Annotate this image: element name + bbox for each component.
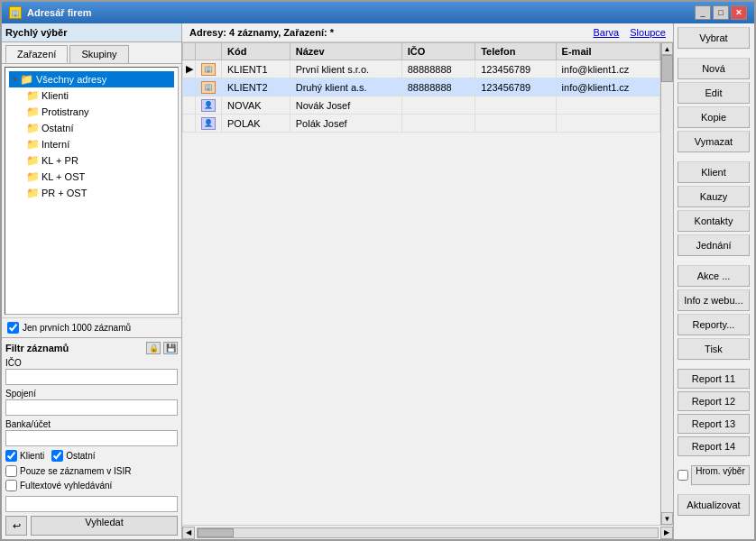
kauzy-button[interactable]: Kauzy <box>678 186 750 207</box>
report11-button[interactable]: Report 11 <box>678 369 750 389</box>
person-icon: 👤 <box>201 117 216 130</box>
col-telefon[interactable]: Telefon <box>475 43 556 60</box>
search-row: ↩ Vyhledat <box>5 516 178 536</box>
scroll-down-button[interactable]: ▼ <box>661 512 673 525</box>
cell-ico <box>401 115 475 133</box>
checkbox-1000[interactable] <box>7 322 19 334</box>
tree-item-klpr[interactable]: 📁 KL + PR <box>23 152 174 169</box>
tisk-button[interactable]: Tisk <box>678 338 750 360</box>
tab-skupiny[interactable]: Skupiny <box>69 45 128 63</box>
scroll-left-button[interactable]: ◀ <box>182 527 195 539</box>
cell-kod: NOVAK <box>222 96 290 115</box>
filter-banka-label: Banka/účet <box>5 419 178 429</box>
checkbox-ostatni[interactable] <box>51 450 63 462</box>
barva-link[interactable]: Barva <box>593 27 619 38</box>
search-back-button[interactable]: ↩ <box>5 516 27 536</box>
report12-button[interactable]: Report 12 <box>678 391 750 411</box>
filter-ico-field: IČO <box>5 358 178 385</box>
tree-label-interni: Interní <box>41 139 69 150</box>
checkbox-fulltext[interactable] <box>5 480 17 491</box>
col-email[interactable]: E-mail <box>556 43 659 60</box>
filter-banka-input[interactable] <box>5 430 178 446</box>
nova-button[interactable]: Nová <box>678 58 750 79</box>
filter-spojeni-field: Spojení <box>5 389 178 416</box>
minimize-button[interactable]: _ <box>695 5 711 20</box>
check-isir: Pouze se záznamem v ISIR <box>5 465 178 477</box>
table-row[interactable]: 👤 POLAK Polák Josef <box>183 115 660 133</box>
row-arrow: ▶ <box>183 60 196 78</box>
table-row[interactable]: 🏢 KLIENT2 Druhý klient a.s. 88888888 123… <box>183 78 660 96</box>
col-ico[interactable]: IČO <box>401 43 475 60</box>
tree-label-ostatni: Ostatní <box>41 123 73 133</box>
check-ostatni-label: Ostatní <box>66 451 95 461</box>
maximize-button[interactable]: □ <box>713 5 729 20</box>
main-window: 🏢 Adresář firem _ □ ✕ Rychlý výběr Zařaz… <box>0 0 756 541</box>
tree-item-all[interactable]: ▼ 📁 Všechny adresy <box>9 71 174 87</box>
reporty-button[interactable]: Reporty... <box>678 314 750 335</box>
jednani-button[interactable]: Jednání <box>678 234 750 256</box>
tree-item-prost[interactable]: 📁 PR + OST <box>23 185 174 201</box>
tree-item-klienti[interactable]: 📁 Klienti <box>23 87 174 104</box>
report13-button[interactable]: Report 13 <box>678 414 750 434</box>
h-scrollbar-track[interactable] <box>197 527 659 538</box>
tree-label-klienti: Klienti <box>41 90 69 101</box>
tree-label-protistrany: Protistrany <box>41 106 89 117</box>
col-nazev[interactable]: Název <box>290 43 401 60</box>
folder-icon: 📁 <box>25 105 40 119</box>
kontakty-button[interactable]: Kontakty <box>678 210 750 232</box>
filter-spojeni-input[interactable] <box>5 399 178 416</box>
hrom-vyber-button[interactable]: Hrom. výběr <box>691 465 750 485</box>
fulltext-input[interactable] <box>5 496 178 512</box>
folder-icon: 📁 <box>25 88 40 103</box>
tree-item-ostatni[interactable]: 📁 Ostatní <box>23 120 174 136</box>
tab-zarazeni[interactable]: Zařazení <box>5 45 68 63</box>
h-scroll-thumb[interactable] <box>198 528 234 537</box>
filter-ico-label: IČO <box>5 358 178 368</box>
checkbox-klienti[interactable] <box>5 450 17 462</box>
horizontal-scrollbar-area: ◀ ▶ <box>182 525 673 539</box>
checkbox-1000-label: Jen prvních 1000 záznamů <box>23 323 131 333</box>
col-icon <box>196 43 222 60</box>
filter-banka-field: Banka/účet <box>5 419 178 446</box>
filter-lock-icon[interactable]: 🔒 <box>146 342 161 354</box>
row-icon-cell: 🏢 <box>196 60 222 78</box>
filter-area: Filtr záznamů 🔒 💾 IČO Spojení Banka/účet <box>2 337 181 539</box>
hrom-checkbox[interactable] <box>678 470 688 481</box>
window-title: Adresář firem <box>27 7 92 18</box>
tree-item-interni[interactable]: 📁 Interní <box>23 136 174 152</box>
check-klienti-label: Klienti <box>20 451 44 461</box>
tree-item-klost[interactable]: 📁 KL + OST <box>23 169 174 185</box>
filter-checks: Klienti Ostatní <box>5 450 178 462</box>
vymazat-button[interactable]: Vymazat <box>678 131 750 152</box>
cell-email: info@klient1.cz <box>556 60 659 78</box>
cell-email <box>556 115 659 133</box>
close-button[interactable]: ✕ <box>731 5 747 20</box>
table-row[interactable]: ▶ 🏢 KLIENT1 První klient s.r.o. 88888888… <box>183 60 660 78</box>
scroll-right-button[interactable]: ▶ <box>660 527 673 539</box>
company-icon: 🏢 <box>201 81 216 94</box>
col-kod[interactable]: Kód <box>222 43 290 60</box>
right-panel: Vybrat Nová Edit Kopie Vymazat Klient Ka… <box>673 23 754 539</box>
aktualizovat-button[interactable]: Aktualizovat <box>678 494 750 516</box>
cell-telefon: 123456789 <box>475 60 556 78</box>
table-row[interactable]: 👤 NOVAK Novák Josef <box>183 96 660 115</box>
checkbox-isir[interactable] <box>5 465 17 477</box>
report14-button[interactable]: Report 14 <box>678 436 750 456</box>
scroll-thumb[interactable] <box>661 55 673 82</box>
tree-item-protistrany[interactable]: 📁 Protistrany <box>23 104 174 120</box>
tree-area: ▼ 📁 Všechny adresy 📁 Klienti 📁 Protistra… <box>5 67 179 315</box>
folder-icon: 📁 <box>25 121 40 135</box>
filter-ico-input[interactable] <box>5 369 178 385</box>
kopie-button[interactable]: Kopie <box>678 106 750 128</box>
edit-button[interactable]: Edit <box>678 82 750 104</box>
scroll-up-button[interactable]: ▲ <box>661 42 673 55</box>
filter-save-icon[interactable]: 💾 <box>163 342 178 354</box>
akce-button[interactable]: Akce ... <box>678 265 750 287</box>
folder-icon: 📁 <box>25 137 40 151</box>
sloupce-link[interactable]: Sloupce <box>630 27 666 38</box>
cell-telefon <box>475 96 556 115</box>
klient-button[interactable]: Klient <box>678 161 750 183</box>
search-button[interactable]: Vyhledat <box>31 516 178 536</box>
info-webu-button[interactable]: Info z webu... <box>678 289 750 311</box>
vybrat-button[interactable]: Vybrat <box>678 27 750 49</box>
